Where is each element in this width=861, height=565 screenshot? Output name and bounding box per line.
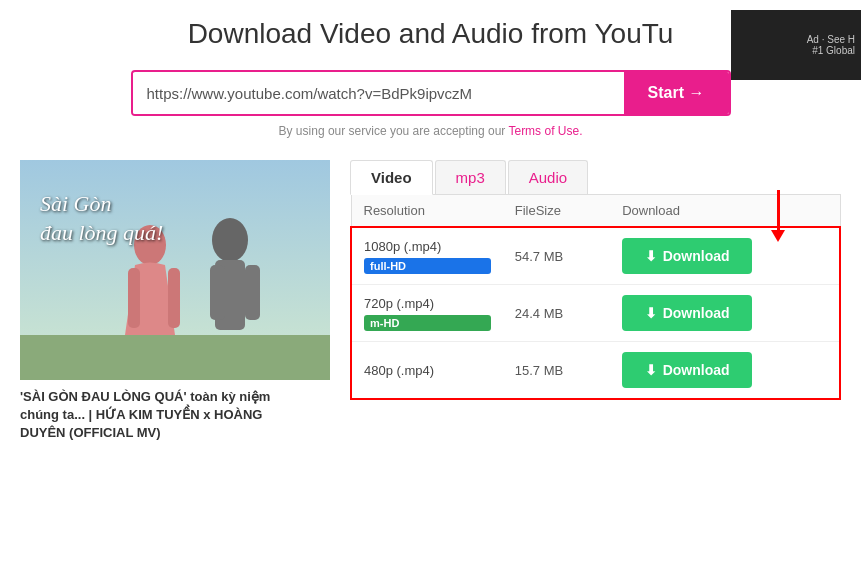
- col-resolution: Resolution: [351, 195, 503, 227]
- svg-rect-6: [128, 268, 140, 328]
- svg-rect-4: [245, 265, 260, 320]
- tab-bar: Video mp3 Audio: [350, 160, 841, 195]
- download-icon: ⬇: [645, 248, 657, 264]
- resolution-text: 1080p (.mp4): [364, 239, 491, 254]
- svg-rect-7: [168, 268, 180, 328]
- thumbnail-text: Sài Gòn đau lòng quá!: [40, 190, 163, 247]
- resolution-info: 720p (.mp4) m-HD: [364, 296, 491, 331]
- resolution-badge: full-HD: [364, 258, 491, 274]
- download-cell: ⬇ Download: [610, 285, 840, 342]
- thumbnail-section: Sài Gòn đau lòng quá!: [20, 160, 330, 443]
- main-content: Sài Gòn đau lòng quá!: [0, 144, 861, 459]
- ad-label: Ad · See H: [807, 34, 855, 45]
- download-icon: ⬇: [645, 305, 657, 321]
- resolution-cell: 480p (.mp4): [351, 342, 503, 400]
- download-icon: ⬇: [645, 362, 657, 378]
- video-title: 'SÀI GÒN ĐAU LÒNG QUÁ' toàn kỳ niệm chún…: [20, 388, 330, 443]
- filesize-cell: 24.4 MB: [503, 285, 610, 342]
- thumbnail-line2: đau lòng quá!: [40, 219, 163, 248]
- table-row: 480p (.mp4) 15.7 MB ⬇ Download: [351, 342, 840, 400]
- download-cell: ⬇ Download: [610, 227, 840, 285]
- tab-video[interactable]: Video: [350, 160, 433, 195]
- filesize-text: 54.7 MB: [515, 249, 563, 264]
- start-button[interactable]: Start →: [624, 72, 729, 114]
- download-cell: ⬇ Download: [610, 342, 840, 400]
- page-title: Download Video and Audio from YouTu: [10, 18, 851, 50]
- video-thumbnail: Sài Gòn đau lòng quá!: [20, 160, 330, 380]
- resolution-info: 1080p (.mp4) full-HD: [364, 239, 491, 274]
- resolution-cell: 1080p (.mp4) full-HD: [351, 227, 503, 285]
- terms-text: By using our service you are accepting o…: [279, 124, 583, 138]
- search-row: Start →: [131, 70, 731, 116]
- filesize-text: 15.7 MB: [515, 363, 563, 378]
- download-label: Download: [663, 362, 730, 378]
- url-input[interactable]: [133, 73, 624, 114]
- terms-link[interactable]: Terms of Use.: [508, 124, 582, 138]
- download-button-1080p[interactable]: ⬇ Download: [622, 238, 752, 274]
- download-label: Download: [663, 248, 730, 264]
- thumbnail-line1: Sài Gòn: [40, 190, 163, 219]
- filesize-text: 24.4 MB: [515, 306, 563, 321]
- ad-banner: Ad · See H #1 Global: [731, 10, 861, 80]
- resolution-text: 720p (.mp4): [364, 296, 491, 311]
- download-button-480p[interactable]: ⬇ Download: [622, 352, 752, 388]
- page-header: Download Video and Audio from YouTu Ad ·…: [0, 0, 861, 60]
- table-container: Resolution FileSize Download 1080p (.mp4…: [350, 195, 841, 400]
- svg-point-1: [212, 218, 248, 262]
- table-row: 720p (.mp4) m-HD 24.4 MB ⬇ Download: [351, 285, 840, 342]
- resolution-badge: m-HD: [364, 315, 491, 331]
- download-button-720p[interactable]: ⬇ Download: [622, 295, 752, 331]
- ad-sublabel: #1 Global: [812, 45, 855, 56]
- formats-table: Resolution FileSize Download 1080p (.mp4…: [350, 195, 841, 400]
- svg-rect-3: [210, 265, 225, 320]
- download-label: Download: [663, 305, 730, 321]
- col-filesize: FileSize: [503, 195, 610, 227]
- filesize-cell: 15.7 MB: [503, 342, 610, 400]
- resolution-cell: 720p (.mp4) m-HD: [351, 285, 503, 342]
- col-download: Download: [610, 195, 840, 227]
- tab-audio[interactable]: Audio: [508, 160, 588, 194]
- svg-rect-8: [20, 335, 330, 380]
- filesize-cell: 54.7 MB: [503, 227, 610, 285]
- resolution-text: 480p (.mp4): [364, 363, 491, 378]
- table-row: 1080p (.mp4) full-HD 54.7 MB ⬇ Download: [351, 227, 840, 285]
- tab-mp3[interactable]: mp3: [435, 160, 506, 194]
- download-panel: Video mp3 Audio Resolution FileSize Down…: [350, 160, 841, 443]
- resolution-info: 480p (.mp4): [364, 363, 491, 378]
